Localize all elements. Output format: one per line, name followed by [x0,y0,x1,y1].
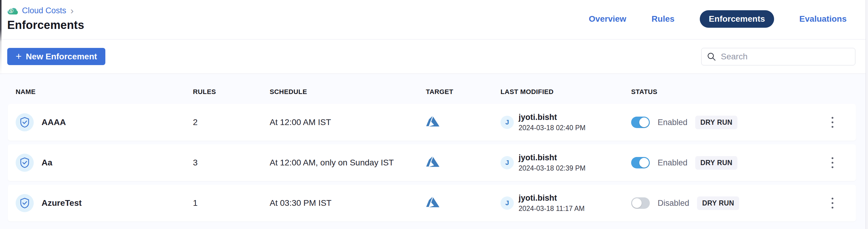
cloud-costs-icon: $ [7,6,18,15]
azure-target-icon [426,197,440,208]
status-label: Enabled [658,158,687,168]
enforcement-name: AzureTest [41,198,82,208]
header-schedule: SCHEDULE [270,88,426,96]
scrollbar-gutter[interactable] [866,0,868,229]
azure-target-icon [426,156,440,168]
toolbar: + New Enforcement [0,39,868,74]
shield-check-icon [20,117,30,128]
enforcement-icon-circle [16,194,34,212]
header-last-modified: LAST MODIFIED [500,88,631,96]
rules-count: 1 [193,198,270,208]
status-label: Disabled [658,199,689,208]
search-icon [707,52,716,61]
azure-target-icon [426,116,440,128]
schedule-text: At 03:30 PM IST [270,198,426,208]
search-box[interactable] [701,48,855,65]
schedule-text: At 12:00 AM, only on Sunday IST [270,158,426,168]
row-menu-kebab-icon[interactable] [825,194,840,212]
status-toggle[interactable] [631,197,650,209]
rules-count: 3 [193,158,270,168]
enforcement-icon-circle [16,113,34,132]
modified-by-user: jyoti.bisht [519,153,586,163]
tab-rules[interactable]: Rules [652,14,675,24]
avatar: J [500,116,514,129]
status-toggle[interactable] [631,157,650,168]
tab-evaluations[interactable]: Evaluations [799,14,847,24]
dry-run-badge: DRY RUN [697,197,739,210]
avatar: J [500,156,514,169]
new-enforcement-button-label: New Enforcement [26,52,97,61]
status-toggle[interactable] [631,117,650,128]
table-row[interactable]: Aa 3 At 12:00 AM, only on Sunday IST J j… [8,144,856,181]
modified-timestamp: 2024-03-18 02:39 PM [519,164,586,172]
shield-check-icon [20,198,30,208]
dry-run-badge: DRY RUN [695,156,737,170]
search-input[interactable] [721,52,850,61]
left-nav-edge-fade [0,42,1,75]
enforcement-name: Aa [41,158,52,168]
header-target: TARGET [426,88,500,96]
schedule-text: At 12:00 AM IST [270,117,426,127]
breadcrumb-cloud-costs-link[interactable]: Cloud Costs [22,6,66,16]
chevron-right-icon: › [70,7,74,15]
tab-overview[interactable]: Overview [589,14,626,24]
modified-timestamp: 2024-03-18 02:40 PM [519,124,586,132]
enforcement-icon-circle [16,154,34,172]
header-status: STATUS [631,88,820,96]
avatar: J [500,197,514,210]
plus-icon: + [16,51,22,61]
modified-by-user: jyoti.bisht [519,113,586,122]
header-rules: RULES [193,88,270,96]
modified-timestamp: 2024-03-18 11:17 AM [519,205,585,213]
enforcements-table: NAME RULES SCHEDULE TARGET LAST MODIFIED… [0,74,868,229]
tab-bar: Overview Rules Enforcements Evaluations [589,10,847,27]
tab-enforcements[interactable]: Enforcements [700,10,774,28]
shield-check-icon [20,157,30,168]
table-row[interactable]: AAAA 2 At 12:00 AM IST J jyoti.bisht 202… [8,104,856,141]
table-row[interactable]: AzureTest 1 At 03:30 PM IST J jyoti.bish… [8,185,856,222]
page-header: $ Cloud Costs › Enforcements Overview Ru… [0,0,868,39]
row-menu-kebab-icon[interactable] [825,154,840,172]
modified-by-user: jyoti.bisht [519,194,585,203]
svg-text:$: $ [10,9,12,13]
left-nav-edge [0,0,1,42]
header-name: NAME [16,88,193,96]
rules-count: 2 [193,117,270,127]
dry-run-badge: DRY RUN [695,116,737,129]
enforcement-name: AAAA [41,117,66,127]
table-header-row: NAME RULES SCHEDULE TARGET LAST MODIFIED… [8,86,856,98]
table-body: AAAA 2 At 12:00 AM IST J jyoti.bisht 202… [8,104,856,222]
status-label: Enabled [658,118,687,127]
row-menu-kebab-icon[interactable] [825,113,840,132]
new-enforcement-button[interactable]: + New Enforcement [7,48,105,65]
